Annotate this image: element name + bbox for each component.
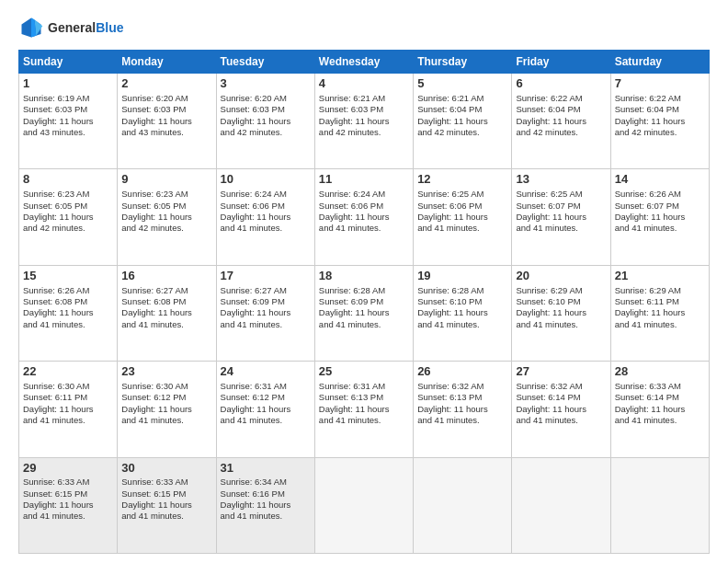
weekday-header-monday: Monday: [118, 51, 216, 74]
day-info-line: Sunrise: 6:31 AM: [221, 381, 311, 392]
day-info-line: Sunset: 6:11 PM: [23, 392, 113, 403]
day-info-line: and 41 minutes.: [516, 415, 606, 426]
day-number: 8: [23, 172, 113, 188]
day-number: 14: [615, 172, 705, 188]
day-info-line: and 42 minutes.: [319, 127, 409, 138]
day-info-line: Daylight: 11 hours: [121, 307, 211, 318]
day-info-line: Sunrise: 6:20 AM: [221, 93, 311, 104]
day-number: 10: [221, 172, 311, 188]
day-number: 26: [417, 364, 507, 380]
calendar-cell: 21Sunrise: 6:29 AMSunset: 6:11 PMDayligh…: [610, 265, 709, 361]
day-info-line: Sunrise: 6:30 AM: [121, 381, 211, 392]
day-number: 25: [319, 364, 409, 380]
day-info-line: Daylight: 11 hours: [319, 212, 409, 223]
day-info-line: and 41 minutes.: [319, 319, 409, 330]
page: GeneralBlue SundayMondayTuesdayWednesday…: [0, 0, 728, 563]
calendar-cell: 7Sunrise: 6:22 AMSunset: 6:04 PMDaylight…: [610, 74, 709, 169]
day-info-line: Sunrise: 6:25 AM: [516, 189, 606, 200]
weekday-header-tuesday: Tuesday: [216, 51, 314, 74]
day-info-line: Sunrise: 6:31 AM: [319, 381, 409, 392]
day-info-line: Daylight: 11 hours: [319, 307, 409, 318]
day-info-line: and 42 minutes.: [221, 127, 311, 138]
weekday-header-saturday: Saturday: [610, 51, 709, 74]
day-info-line: and 41 minutes.: [615, 319, 705, 330]
day-info-line: Sunset: 6:05 PM: [121, 201, 211, 212]
day-info-line: Daylight: 11 hours: [121, 116, 211, 127]
day-number: 24: [221, 364, 311, 380]
day-info-line: Sunrise: 6:29 AM: [516, 285, 606, 296]
day-info-line: Sunset: 6:05 PM: [23, 201, 113, 212]
day-info-line: Sunrise: 6:34 AM: [221, 477, 311, 488]
day-info-line: and 41 minutes.: [615, 415, 705, 426]
calendar-cell: [414, 457, 512, 553]
day-info-line: Sunrise: 6:33 AM: [615, 381, 705, 392]
day-info-line: Daylight: 11 hours: [221, 500, 311, 511]
calendar-cell: 23Sunrise: 6:30 AMSunset: 6:12 PMDayligh…: [118, 362, 216, 457]
calendar-cell: 5Sunrise: 6:21 AMSunset: 6:04 PMDaylight…: [414, 74, 512, 169]
calendar-cell: 28Sunrise: 6:33 AMSunset: 6:14 PMDayligh…: [610, 362, 709, 457]
day-number: 7: [615, 76, 705, 92]
day-info-line: and 42 minutes.: [23, 223, 113, 234]
calendar-cell: 17Sunrise: 6:27 AMSunset: 6:09 PMDayligh…: [216, 265, 314, 361]
day-number: 1: [23, 76, 113, 92]
calendar-cell: 18Sunrise: 6:28 AMSunset: 6:09 PMDayligh…: [314, 265, 413, 361]
day-info-line: and 41 minutes.: [319, 415, 409, 426]
day-info-line: Sunrise: 6:32 AM: [516, 381, 606, 392]
week-row-1: 1Sunrise: 6:19 AMSunset: 6:03 PMDaylight…: [19, 74, 710, 169]
day-number: 20: [516, 269, 606, 284]
day-info-line: Daylight: 11 hours: [221, 307, 311, 318]
day-info-line: Sunrise: 6:24 AM: [319, 189, 409, 200]
logo: GeneralBlue: [18, 15, 123, 40]
day-info-line: Sunset: 6:14 PM: [615, 392, 705, 403]
day-info-line: Daylight: 11 hours: [23, 116, 113, 127]
week-row-2: 8Sunrise: 6:23 AMSunset: 6:05 PMDaylight…: [19, 169, 710, 265]
day-info-line: Sunrise: 6:30 AM: [23, 381, 113, 392]
day-info-line: Daylight: 11 hours: [417, 212, 507, 223]
calendar-cell: 9Sunrise: 6:23 AMSunset: 6:05 PMDaylight…: [118, 169, 216, 265]
day-number: 16: [121, 269, 211, 284]
day-info-line: Daylight: 11 hours: [319, 116, 409, 127]
calendar-cell: 27Sunrise: 6:32 AMSunset: 6:14 PMDayligh…: [512, 362, 610, 457]
day-info-line: Daylight: 11 hours: [615, 404, 705, 415]
day-number: 2: [121, 76, 211, 92]
day-info-line: Daylight: 11 hours: [23, 307, 113, 318]
day-info-line: Sunset: 6:16 PM: [221, 488, 311, 500]
day-info-line: Daylight: 11 hours: [615, 212, 705, 223]
day-number: 6: [516, 76, 606, 92]
day-info-line: Sunrise: 6:21 AM: [319, 93, 409, 104]
day-info-line: Sunset: 6:08 PM: [121, 296, 211, 307]
day-info-line: Daylight: 11 hours: [417, 307, 507, 318]
day-info-line: and 41 minutes.: [221, 319, 311, 330]
day-number: 23: [121, 364, 211, 380]
day-number: 29: [23, 461, 113, 477]
day-info-line: Sunset: 6:11 PM: [615, 296, 705, 307]
day-info-line: Sunset: 6:10 PM: [417, 296, 507, 307]
day-number: 30: [121, 461, 211, 477]
weekday-header-friday: Friday: [512, 51, 610, 74]
day-number: 19: [417, 269, 507, 284]
calendar-cell: 4Sunrise: 6:21 AMSunset: 6:03 PMDaylight…: [314, 74, 413, 169]
day-info-line: Sunset: 6:07 PM: [615, 201, 705, 212]
day-info-line: and 41 minutes.: [121, 511, 211, 522]
day-info-line: Sunset: 6:09 PM: [319, 296, 409, 307]
calendar-cell: 15Sunrise: 6:26 AMSunset: 6:08 PMDayligh…: [19, 265, 118, 361]
day-info-line: and 41 minutes.: [23, 319, 113, 330]
calendar-cell: 20Sunrise: 6:29 AMSunset: 6:10 PMDayligh…: [512, 265, 610, 361]
day-number: 15: [23, 269, 113, 284]
day-info-line: Sunrise: 6:27 AM: [221, 285, 311, 296]
day-info-line: Sunset: 6:15 PM: [121, 488, 211, 500]
day-info-line: Sunset: 6:12 PM: [121, 392, 211, 403]
day-info-line: Daylight: 11 hours: [23, 212, 113, 223]
day-info-line: and 41 minutes.: [23, 511, 113, 522]
day-info-line: Sunset: 6:06 PM: [221, 201, 311, 212]
header: GeneralBlue: [18, 15, 710, 40]
day-info-line: Daylight: 11 hours: [417, 404, 507, 415]
day-info-line: Sunrise: 6:24 AM: [221, 189, 311, 200]
day-info-line: and 41 minutes.: [417, 415, 507, 426]
day-info-line: Sunset: 6:03 PM: [221, 104, 311, 115]
calendar-cell: 16Sunrise: 6:27 AMSunset: 6:08 PMDayligh…: [118, 265, 216, 361]
day-info-line: Daylight: 11 hours: [615, 307, 705, 318]
day-info-line: and 42 minutes.: [615, 127, 705, 138]
day-info-line: and 42 minutes.: [516, 127, 606, 138]
calendar-cell: 1Sunrise: 6:19 AMSunset: 6:03 PMDaylight…: [19, 74, 118, 169]
